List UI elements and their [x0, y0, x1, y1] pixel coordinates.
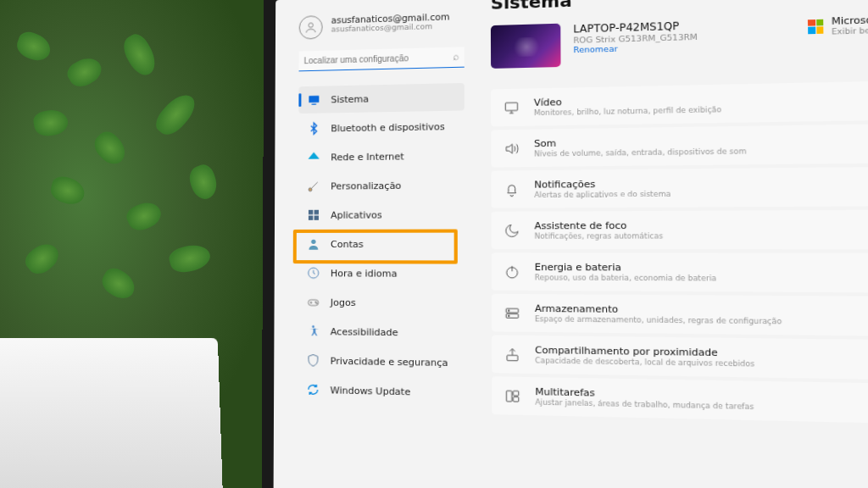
nav-list: SistemaBluetooth e dispositivosRede e In…: [298, 83, 465, 407]
sidebar-item-update[interactable]: Windows Update: [298, 375, 465, 407]
share-icon: [504, 347, 520, 363]
setting-item-storage[interactable]: ArmazenamentoEspaço de armazenamento, un…: [492, 294, 868, 336]
sidebar-item-label: Acessibilidade: [331, 326, 398, 338]
sidebar-item-label: Aplicativos: [331, 209, 382, 220]
sidebar-item-apps[interactable]: Aplicativos: [298, 201, 465, 229]
sidebar-item-shield[interactable]: Privacidade e segurança: [298, 347, 465, 377]
svg-point-18: [508, 309, 509, 311]
svg-rect-6: [309, 215, 313, 219]
sidebar-item-label: Contas: [331, 238, 364, 249]
settings-window: asusfanaticos@gmail.com asusfanaticos@gm…: [274, 0, 868, 488]
svg-rect-20: [507, 355, 518, 360]
svg-rect-22: [513, 391, 518, 396]
svg-point-12: [316, 302, 317, 303]
setting-item-multitask[interactable]: MultitarefasAjustar janelas, áreas de tr…: [492, 376, 868, 424]
bell-icon: [504, 181, 520, 197]
update-icon: [306, 383, 320, 397]
setting-item-share[interactable]: Compartilhamento por proximidadeCapacida…: [492, 335, 868, 380]
setting-desc: Notificações, regras automáticas: [534, 231, 663, 241]
plant-decoration: [0, 0, 280, 488]
moon-icon: [504, 223, 520, 239]
sidebar-item-clock[interactable]: Hora e idioma: [298, 259, 465, 287]
search-box[interactable]: ⌕: [299, 47, 465, 71]
setting-desc: Repouso, uso da bateria, economia de bat…: [535, 273, 717, 282]
sidebar-item-label: Personalização: [331, 180, 401, 191]
apps-icon: [307, 208, 320, 222]
avatar-icon: [299, 15, 323, 40]
sidebar-item-label: Windows Update: [331, 385, 411, 397]
sidebar-item-accessibility[interactable]: Acessibilidade: [298, 318, 465, 347]
device-row: LAPTOP-P42MS1QP ROG Strix G513RM_G513RM …: [491, 14, 868, 69]
sidebar-item-gamepad[interactable]: Jogos: [298, 288, 465, 317]
brush-icon: [307, 180, 320, 193]
setting-title: Notificações: [534, 178, 670, 191]
svg-rect-5: [314, 210, 319, 214]
sidebar-item-brush[interactable]: Personalização: [298, 171, 465, 200]
sidebar-item-label: Jogos: [331, 297, 356, 308]
setting-desc: Alertas de aplicativos e do sistema: [534, 190, 670, 200]
svg-point-0: [309, 23, 313, 27]
sidebar-item-wifi[interactable]: Rede e Internet: [298, 141, 465, 171]
main-content: Sistema LAPTOP-P42MS1QP ROG Strix G513RM…: [473, 0, 868, 488]
settings-list: VídeoMonitores, brilho, luz noturna, per…: [491, 80, 868, 424]
svg-point-11: [315, 302, 316, 302]
microsoft-logo-icon: [808, 19, 823, 33]
shield-icon: [306, 353, 320, 367]
setting-title: Assistente de foco: [534, 219, 663, 231]
wifi-icon: [307, 151, 320, 164]
account-row[interactable]: asusfanaticos@gmail.com asusfanaticos@gm…: [299, 11, 465, 40]
sidebar: asusfanaticos@gmail.com asusfanaticos@gm…: [274, 0, 475, 488]
svg-rect-14: [505, 103, 517, 110]
ms365-sub: Exibir benefícios: [832, 25, 868, 36]
svg-rect-1: [309, 96, 319, 103]
svg-point-19: [509, 315, 510, 317]
svg-point-8: [311, 240, 315, 244]
svg-rect-2: [312, 103, 316, 104]
storage-icon: [504, 305, 520, 321]
multitask-icon: [504, 388, 520, 404]
sidebar-item-label: Rede e Internet: [331, 151, 403, 163]
sidebar-item-label: Sistema: [331, 93, 369, 105]
person-icon: [307, 237, 320, 251]
svg-rect-4: [309, 210, 313, 214]
monitor-icon: [504, 100, 520, 116]
accessibility-icon: [306, 324, 320, 338]
laptop-device: asusfanaticos@gmail.com asusfanaticos@gm…: [261, 0, 868, 488]
sidebar-item-label: Privacidade e segurança: [331, 355, 448, 369]
setting-item-bell[interactable]: NotificaçõesAlertas de aplicativos e do …: [491, 167, 868, 208]
setting-desc: Espaço de armazenamento, unidades, regra…: [535, 314, 782, 325]
power-icon: [504, 263, 520, 280]
microsoft-365-tile[interactable]: Microsoft 365 Exibir benefícios: [808, 14, 868, 37]
sidebar-item-label: Hora e idioma: [331, 268, 398, 279]
ms365-title: Microsoft 365: [832, 14, 868, 27]
sidebar-item-bluetooth[interactable]: Bluetooth e dispositivos: [298, 113, 465, 142]
sidebar-item-system[interactable]: Sistema: [298, 83, 465, 114]
device-thumbnail: [491, 24, 561, 69]
gamepad-icon: [307, 295, 320, 308]
plant-pot: [0, 338, 223, 488]
search-icon: ⌕: [453, 51, 459, 63]
setting-title: Energia e bateria: [535, 262, 717, 274]
setting-item-power[interactable]: Energia e bateriaRepouso, uso da bateria…: [492, 252, 868, 292]
setting-item-monitor[interactable]: VídeoMonitores, brilho, luz noturna, per…: [491, 80, 868, 126]
system-icon: [307, 93, 320, 107]
svg-rect-21: [506, 391, 511, 402]
setting-desc: Níveis de volume, saída, entrada, dispos…: [534, 147, 747, 158]
sound-icon: [504, 141, 520, 157]
setting-item-moon[interactable]: Assistente de focoNotificações, regras a…: [492, 210, 868, 250]
svg-point-13: [312, 325, 314, 328]
sidebar-item-person[interactable]: Contas: [298, 230, 465, 258]
clock-icon: [307, 266, 320, 280]
svg-rect-23: [513, 396, 518, 402]
bluetooth-icon: [307, 122, 320, 136]
sidebar-item-label: Bluetooth e dispositivos: [331, 121, 445, 134]
setting-item-sound[interactable]: SomNíveis de volume, saída, entrada, dis…: [491, 124, 868, 168]
search-input[interactable]: [299, 47, 465, 71]
svg-rect-7: [314, 215, 319, 219]
page-title: Sistema: [491, 0, 868, 14]
svg-point-3: [309, 188, 312, 191]
